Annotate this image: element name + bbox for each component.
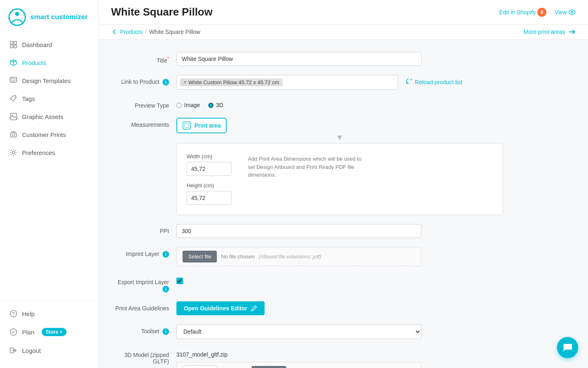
radio-3d[interactable] <box>208 103 214 108</box>
height-input[interactable] <box>187 191 232 205</box>
sidebar-item-tags[interactable]: Tags <box>4 90 94 107</box>
svg-rect-3 <box>14 41 17 44</box>
svg-rect-4 <box>10 45 13 48</box>
reload-label: Reload product list <box>415 79 462 85</box>
imprint-no-file: No file chosen <box>221 254 254 260</box>
print-area-arrow: ▼ <box>176 133 503 141</box>
link-product-label: Link to Product i <box>111 75 176 85</box>
link-product-info-icon[interactable]: i <box>163 79 169 85</box>
breadcrumb-products-link[interactable]: Products <box>120 29 143 35</box>
more-print-areas-link[interactable]: More print areas <box>523 29 576 35</box>
design-templates-icon <box>10 77 17 84</box>
svg-rect-2 <box>10 41 13 44</box>
imprint-layer-label: Imprint Layer i <box>111 247 176 258</box>
arrow-right-icon <box>568 29 576 35</box>
3d-model-label: 3D Model (zipped GLTF) <box>111 348 176 365</box>
title-field-wrapper <box>176 52 421 66</box>
sidebar-item-graphic-assets[interactable]: Graphic Assets <box>4 108 94 125</box>
eye-icon <box>568 9 576 15</box>
dimension-hint: Add Print Area Dimensions which will be … <box>248 153 362 179</box>
breadcrumb-bar: Products / White Square Pillow More prin… <box>99 25 588 40</box>
export-imprint-info-icon[interactable]: i <box>163 286 169 292</box>
page-title: White Square Pillow <box>111 6 212 18</box>
height-label: Height (cm) <box>187 182 232 188</box>
sidebar-item-help[interactable]: Help <box>4 305 94 322</box>
reload-product-list-btn[interactable]: Reload product list <box>406 79 462 85</box>
dashboard-icon <box>10 41 17 48</box>
sidebar-item-label: Graphic Assets <box>22 113 63 120</box>
sidebar-item-label: Help <box>22 310 35 317</box>
view-label: View <box>555 9 567 16</box>
reload-icon <box>406 79 413 85</box>
sidebar-item-label: Preferences <box>22 149 55 156</box>
chat-bubble-btn[interactable] <box>557 337 578 358</box>
form-row-3d-model: 3D Model (zipped GLTF) 3107_model_gltf.z… <box>111 348 536 368</box>
sidebar-item-logout[interactable]: Logout <box>4 342 94 359</box>
imprint-layer-info-icon[interactable]: i <box>163 251 169 258</box>
toolset-info-icon[interactable]: i <box>163 328 169 335</box>
radio-3d-label[interactable]: 3D <box>208 102 223 108</box>
radio-image-label[interactable]: Image <box>176 102 200 108</box>
back-arrow-icon[interactable] <box>111 29 118 35</box>
preferences-icon <box>10 149 17 156</box>
more-print-areas-label: More print areas <box>523 29 565 35</box>
form-row-preview-type: Preview Type Image 3D <box>111 99 536 109</box>
toolset-label: Toolset i <box>111 324 176 335</box>
form-row-export-imprint: Export Imprint Layer i <box>111 275 536 292</box>
export-imprint-control <box>176 275 421 284</box>
imprint-layer-control: Select file No file chosen (Allowed file… <box>176 247 421 266</box>
model-delete-btn[interactable]: Delete <box>183 366 216 368</box>
width-input[interactable] <box>187 162 232 176</box>
tags-icon <box>10 95 17 102</box>
breadcrumb: Products / White Square Pillow <box>111 29 200 35</box>
sidebar-item-dashboard[interactable]: Dashboard <box>4 36 94 53</box>
export-imprint-checkbox[interactable] <box>176 278 183 284</box>
print-area-guidelines-label: Print Area Guidelines <box>111 301 176 312</box>
tag-label: White Custom Pillow 45.72 x 45.72 cm <box>188 79 279 85</box>
ppi-control <box>176 224 421 238</box>
ppi-input[interactable] <box>176 224 421 238</box>
svg-rect-14 <box>11 133 16 137</box>
view-link[interactable]: View <box>555 9 576 16</box>
edit-icon <box>251 305 257 312</box>
svg-point-11 <box>14 97 15 98</box>
svg-point-16 <box>12 151 15 154</box>
sidebar-item-design-templates[interactable]: Design Templates <box>4 72 94 89</box>
sidebar-item-preferences[interactable]: Preferences <box>4 144 94 161</box>
form-row-ppi: PPI <box>111 224 536 238</box>
form-row-link-product: Link to Product i × White Custom Pillow … <box>111 75 536 90</box>
svg-rect-5 <box>14 45 17 48</box>
tag-remove-btn[interactable]: × <box>183 79 187 85</box>
notification-badge: 9 <box>537 8 546 17</box>
products-icon <box>10 59 17 66</box>
top-bar: White Square Pillow Edit in Shopify 9 Vi… <box>99 0 588 25</box>
preview-type-label: Preview Type <box>111 99 176 109</box>
model-select-file-btn[interactable]: Select file <box>252 366 286 368</box>
sidebar-item-customer-prints[interactable]: Customer Prints <box>4 126 94 143</box>
imprint-select-file-btn[interactable]: Select file <box>183 251 217 263</box>
form-row-toolset: Toolset i Default Advanced Minimal <box>111 324 536 339</box>
toolset-control: Default Advanced Minimal <box>176 324 421 339</box>
radio-image[interactable] <box>176 103 182 108</box>
chat-icon <box>562 343 573 352</box>
sidebar-item-label: Products <box>22 59 46 66</box>
svg-point-17 <box>10 310 17 317</box>
sidebar-item-plan[interactable]: Plan Store + <box>4 323 94 341</box>
sidebar-nav: Dashboard Products Design Templates <box>0 36 98 301</box>
edit-in-shopify-link[interactable]: Edit in Shopify 9 <box>499 8 546 17</box>
svg-rect-15 <box>12 135 15 136</box>
customer-prints-icon <box>10 131 17 138</box>
measurements-label: Measurements <box>111 118 176 128</box>
open-guidelines-editor-btn[interactable]: Open Guidelines Editor <box>176 301 265 315</box>
title-input[interactable] <box>176 52 421 66</box>
open-guidelines-label: Open Guidelines Editor <box>184 305 247 312</box>
tag-input: × White Custom Pillow 45.72 x 45.72 cm <box>176 75 398 90</box>
toolset-select[interactable]: Default Advanced Minimal <box>176 324 421 339</box>
form-row-print-area-guidelines: Print Area Guidelines Open Guidelines Ed… <box>111 301 536 315</box>
print-area-icon <box>182 121 191 130</box>
model-filename: 3107_model_gltf.zip <box>176 348 421 358</box>
measure-fields: Width (cm) Height (cm) <box>187 153 232 205</box>
sidebar-item-products[interactable]: Products <box>4 54 94 71</box>
print-area-btn[interactable]: Print area <box>176 118 227 133</box>
form-area: Title* Link to Product i × White Custom … <box>99 40 548 368</box>
